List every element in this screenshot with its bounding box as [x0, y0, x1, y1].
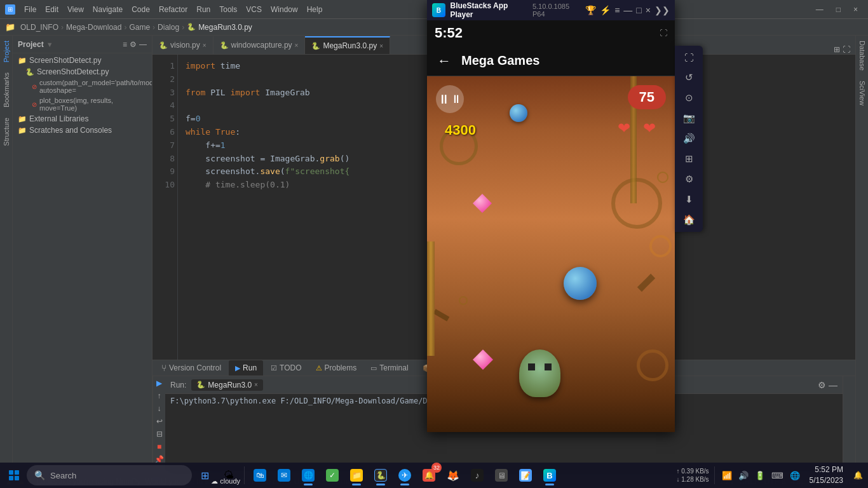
menu-window[interactable]: Window — [267, 4, 302, 15]
project-collapse-icon[interactable]: ≡ — [123, 40, 127, 49]
taskbar-search[interactable]: 🔍 Search — [27, 465, 192, 485]
menu-file[interactable]: File — [20, 4, 40, 15]
minimize-button[interactable]: — — [811, 4, 829, 15]
tab-windowcapture-py[interactable]: 🐍 windowcapture.py × — [214, 36, 306, 54]
bs-tool-download[interactable]: ⬇ — [675, 190, 703, 209]
tab-megarun-py-close[interactable]: × — [379, 43, 383, 50]
run-collapse-icon[interactable]: — — [829, 380, 837, 390]
tab-windowcapture-py-close[interactable]: × — [295, 42, 299, 49]
bs-lightning-icon[interactable]: ⚡ — [600, 5, 611, 15]
bs-tool-expand[interactable]: ⛶ — [675, 48, 703, 67]
tab-terminal[interactable]: ▭ Terminal — [364, 360, 414, 376]
run-rerun-icon[interactable]: ▶ — [156, 379, 162, 388]
project-dropdown-icon[interactable]: ▼ — [46, 41, 53, 48]
titlebar-controls[interactable]: — □ × — [811, 4, 863, 15]
network-icon[interactable]: 🌐 — [788, 471, 802, 480]
bs-tool-volume[interactable]: 🔊 — [675, 129, 703, 148]
run-tab-close[interactable]: × — [254, 381, 258, 388]
widgets-button[interactable]: 🌤 ☁ cloudy — [217, 464, 240, 487]
bs-pause-button[interactable]: ⏸ — [436, 85, 464, 113]
tab-todo[interactable]: ☑ TODO — [264, 360, 308, 376]
breadcrumb-item-1[interactable]: OLD_INFO — [20, 23, 58, 32]
taskbar-bluestacks[interactable]: B — [538, 464, 561, 487]
structure-side-tab[interactable]: Structure — [1, 112, 12, 151]
tree-item-py1[interactable]: 🐍 ScreenShotDetect.py — [13, 66, 152, 78]
taskbar-pycharm[interactable]: 🐍 — [369, 464, 392, 487]
bs-game-area[interactable]: ⏸ 75 4300 ❤ ❤ — [427, 76, 675, 432]
split-editor-icon[interactable]: ⊞ — [834, 45, 840, 54]
menu-vcs[interactable]: VCS — [242, 4, 266, 15]
taskbar-app1[interactable]: 🖥 — [490, 464, 513, 487]
bs-tool-settings[interactable]: ⚙ — [675, 170, 703, 189]
taskbar-mail[interactable]: ✉ — [273, 464, 295, 487]
bs-minimize-button[interactable]: — — [623, 5, 632, 15]
taskbar-checkmark[interactable]: ✓ — [321, 464, 344, 487]
bs-back-button[interactable]: ← — [437, 53, 451, 69]
bs-expand-icon[interactable]: ⛶ — [660, 29, 667, 37]
menu-tools[interactable]: Tools — [215, 4, 241, 15]
taskbar-edge[interactable]: 🌐 — [297, 464, 320, 487]
tab-version-control[interactable]: ⑂ Version Control — [155, 360, 227, 376]
taskbar-notification[interactable]: 🔔 — [851, 471, 865, 480]
bs-tool-camera[interactable]: 📷 — [675, 109, 703, 128]
menu-navigate[interactable]: Navigate — [89, 4, 126, 15]
bs-trophy-icon[interactable]: 🏆 — [585, 5, 596, 15]
tab-problems[interactable]: ⚠ Problems — [309, 360, 363, 376]
close-button[interactable]: × — [848, 4, 863, 15]
run-scroll-down-icon[interactable]: ↓ — [158, 404, 161, 413]
taskbar-app2[interactable]: 📝 — [514, 464, 537, 487]
bs-tool-home[interactable]: ⊙ — [675, 88, 703, 107]
run-filter-icon[interactable]: ⊟ — [156, 430, 163, 438]
menu-run[interactable]: Run — [193, 4, 214, 15]
breadcrumb-item-3[interactable]: Game — [129, 23, 150, 32]
project-settings-icon[interactable]: ⚙ — [130, 40, 137, 49]
project-side-tab[interactable]: Project — [1, 36, 12, 67]
bs-close-button[interactable]: × — [646, 5, 651, 15]
run-wrap-icon[interactable]: ↩ — [156, 417, 163, 426]
bs-tool-back[interactable]: ↺ — [675, 68, 703, 87]
keyboard-icon[interactable]: ⌨ — [770, 471, 785, 480]
bs-tool-house[interactable]: 🏠 — [675, 210, 703, 229]
run-scroll-up-icon[interactable]: ↑ — [158, 391, 161, 400]
taskbar-music[interactable]: ♪ — [466, 464, 489, 487]
taskbar-telegram[interactable]: ✈ — [393, 464, 416, 487]
menu-refactor[interactable]: Refactor — [155, 4, 191, 15]
tree-item-error2[interactable]: ⊘ plot_boxes(img, results, move=True) — [13, 95, 152, 113]
sciview-side-tab[interactable]: SciView — [857, 76, 868, 111]
tab-run[interactable]: ▶ Run — [229, 360, 263, 376]
taskbar-notif-app[interactable]: 🔔 32 — [417, 464, 440, 487]
tab-vision-py-close[interactable]: × — [203, 42, 207, 49]
start-button[interactable] — [3, 464, 25, 487]
tab-megarun-py[interactable]: 🐍 MegaRun3.0.py × — [305, 36, 390, 54]
bs-sidebar-toggle[interactable]: ❯❯ — [654, 5, 670, 15]
tree-item-scratches[interactable]: 📁 Scratches and Consoles — [13, 125, 152, 136]
expand-editor-icon[interactable]: ⛶ — [843, 45, 850, 54]
maximize-button[interactable]: □ — [831, 4, 846, 15]
breadcrumb-item-4[interactable]: Dialog — [158, 23, 179, 32]
bs-maximize-button[interactable]: □ — [636, 5, 641, 15]
battery-icon[interactable]: 🔋 — [753, 471, 767, 480]
breadcrumb-item-2[interactable]: Mega-Download — [66, 23, 121, 32]
project-close-icon[interactable]: — — [139, 40, 147, 49]
taskbar-firefox[interactable]: 🦊 — [442, 464, 465, 487]
tree-item-extlib[interactable]: 📁 External Libraries — [13, 113, 152, 125]
wifi-icon[interactable]: 📶 — [720, 471, 734, 480]
menu-edit[interactable]: Edit — [41, 4, 62, 15]
tree-item-root[interactable]: 📁 ScreenShotDetect.py — [13, 55, 152, 66]
tree-item-error1[interactable]: ⊘ custom(path_or_model='path/to/model.pt… — [13, 78, 152, 95]
menu-code[interactable]: Code — [128, 4, 154, 15]
bs-tool-layers[interactable]: ⊞ — [675, 149, 703, 168]
run-settings-icon[interactable]: ⚙ — [818, 380, 826, 390]
tab-vision-py[interactable]: 🐍 vision.py × — [153, 36, 214, 54]
taskbar-explorer[interactable]: 📁 — [345, 464, 368, 487]
taskbar-store[interactable]: 🛍 — [248, 464, 271, 487]
run-tab-name[interactable]: 🐍 MegaRun3.0 × — [191, 379, 263, 391]
breadcrumb-item-5[interactable]: MegaRun3.0.py — [198, 23, 252, 32]
menu-view[interactable]: View — [64, 4, 88, 15]
bs-menu-icon[interactable]: ≡ — [614, 5, 620, 15]
database-side-tab[interactable]: Database — [857, 36, 868, 76]
bookmarks-side-tab[interactable]: Bookmarks — [1, 67, 12, 112]
volume-icon[interactable]: 🔊 — [736, 471, 750, 480]
run-stop-icon[interactable]: ■ — [157, 442, 161, 451]
taskbar-clock[interactable]: 5:52 PM 5/15/2023 — [804, 464, 848, 486]
